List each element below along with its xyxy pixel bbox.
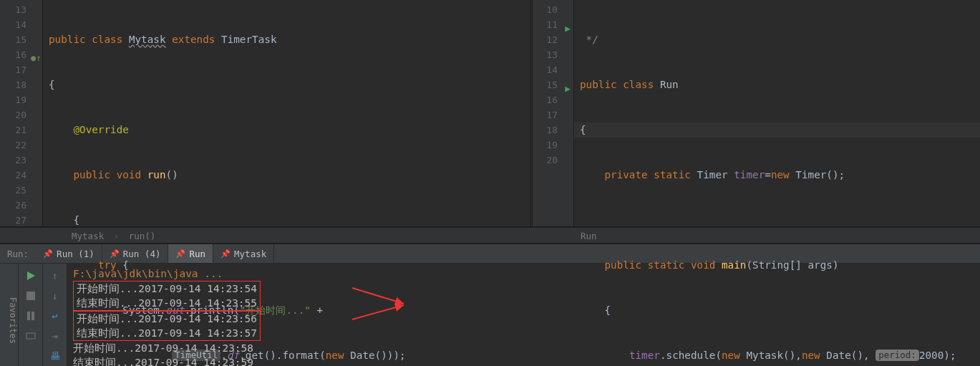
- line-number: 11 ▶: [533, 17, 573, 32]
- editor-left[interactable]: 13 14 15 16 ●↑ 17 18 19 20 21 22 23 24 2…: [0, 0, 530, 226]
- line-number: 15: [0, 32, 42, 47]
- line-number: 15 ▶: [533, 77, 573, 92]
- class-name: Run: [660, 79, 679, 90]
- svg-rect-2: [27, 312, 30, 320]
- method-name: run: [147, 169, 166, 180]
- line-number: 16 ●↑: [0, 47, 42, 62]
- keyword: public class: [49, 34, 122, 45]
- brace: {: [49, 79, 55, 90]
- line-number: 14: [0, 17, 42, 32]
- line-number: 20: [533, 153, 573, 168]
- keyword: public class: [580, 79, 654, 90]
- operator: =: [765, 169, 771, 180]
- line-number: 19: [0, 92, 42, 107]
- svg-rect-4: [26, 333, 35, 339]
- keyword: new: [771, 169, 790, 180]
- parens: (): [166, 169, 178, 180]
- stop-icon[interactable]: [24, 289, 37, 302]
- svg-marker-0: [27, 271, 35, 280]
- dump-threads-icon[interactable]: [24, 329, 37, 342]
- line-number: 14: [533, 62, 573, 77]
- field: timer: [734, 169, 765, 180]
- keyword: public void: [73, 169, 141, 180]
- line-number: 13: [533, 47, 573, 62]
- console-wrap: Favorites ↑ ↓ ↩ ⇥ 🖶 F:\java\jdk\bin\java…: [0, 264, 980, 366]
- brace: {: [73, 214, 79, 226]
- type: Timer: [697, 169, 728, 180]
- brace: {: [580, 124, 586, 135]
- line-number: 22: [0, 138, 42, 153]
- console-line-cmd: F:\java\jdk\bin\java ...: [73, 266, 974, 281]
- line-number: 17: [533, 107, 573, 122]
- run-label: Run:: [0, 244, 36, 263]
- line-number: 23: [0, 153, 42, 168]
- line-number: 26: [0, 198, 42, 213]
- editors-split: 13 14 15 16 ●↑ 17 18 19 20 21 22 23 24 2…: [0, 0, 980, 227]
- favorites-stripe[interactable]: Favorites: [0, 264, 19, 366]
- gutter-right: 10 11 ▶ 12 13 14 15 ▶ 16 17 18 19 20: [533, 0, 574, 226]
- console-line: 结束时间...2017-09-14 14:23:59: [73, 355, 974, 366]
- ctor: Timer();: [790, 169, 845, 180]
- code-left[interactable]: public class Mytask extends TimerTask { …: [43, 0, 530, 226]
- gutter-left: 13 14 15 16 ●↑ 17 18 19 20 21 22 23 24 2…: [0, 0, 43, 226]
- highlight-box: 开始时间...2017-09-14 14:23:56结束时间...2017-09…: [73, 311, 261, 341]
- override-icon[interactable]: ●↑: [31, 51, 39, 59]
- line-number: 17: [0, 62, 42, 77]
- pause-icon[interactable]: [24, 309, 37, 322]
- line-number: 24: [0, 168, 42, 183]
- line-number: 21: [0, 122, 42, 138]
- keyword: private static: [604, 169, 691, 180]
- line-number: 20: [0, 107, 42, 122]
- console-line: 结束时间...2017-09-14 14:23:57: [77, 327, 257, 339]
- line-number: 27: [0, 213, 42, 228]
- keyword: extends: [172, 34, 215, 45]
- line-number: 18: [533, 122, 573, 138]
- code-right[interactable]: */ public class Run { private static Tim…: [574, 0, 980, 226]
- console-line: 开始时间...2017-09-14 14:23:56: [77, 313, 257, 324]
- console-output[interactable]: F:\java\jdk\bin\java ... 开始时间...2017-09-…: [67, 264, 980, 366]
- line-number: 18: [0, 77, 42, 92]
- comment: */: [586, 34, 598, 45]
- run-controls: [19, 264, 43, 366]
- line-number: 25: [0, 183, 42, 198]
- highlight-box: 开始时间...2017-09-14 14:23:54结束时间...2017-09…: [73, 281, 261, 311]
- console-line: 开始时间...2017-09-14 14:23:58: [73, 341, 974, 355]
- empty-line: [574, 213, 980, 228]
- console-line: 开始时间...2017-09-14 14:23:54: [77, 283, 257, 294]
- favorites-label: Favorites: [8, 297, 18, 344]
- run-gutter-icon[interactable]: ▶: [562, 21, 571, 29]
- rerun-icon[interactable]: [24, 269, 37, 282]
- superclass: TimerTask: [221, 34, 276, 45]
- class-name: Mytask: [129, 34, 166, 45]
- line-number: 10: [533, 2, 573, 17]
- line-number: 12: [533, 32, 573, 47]
- editor-right[interactable]: 10 11 ▶ 12 13 14 15 ▶ 16 17 18 19 20 */ …: [533, 0, 980, 226]
- console-line: 结束时间...2017-09-14 14:23:55: [77, 297, 257, 309]
- run-gutter-icon[interactable]: ▶: [562, 81, 571, 90]
- svg-rect-1: [26, 292, 35, 300]
- annotation: @Override: [73, 124, 128, 135]
- line-number: 13: [0, 2, 42, 17]
- line-number: 19: [533, 138, 573, 153]
- svg-rect-3: [31, 312, 34, 320]
- line-number: 16: [533, 92, 573, 107]
